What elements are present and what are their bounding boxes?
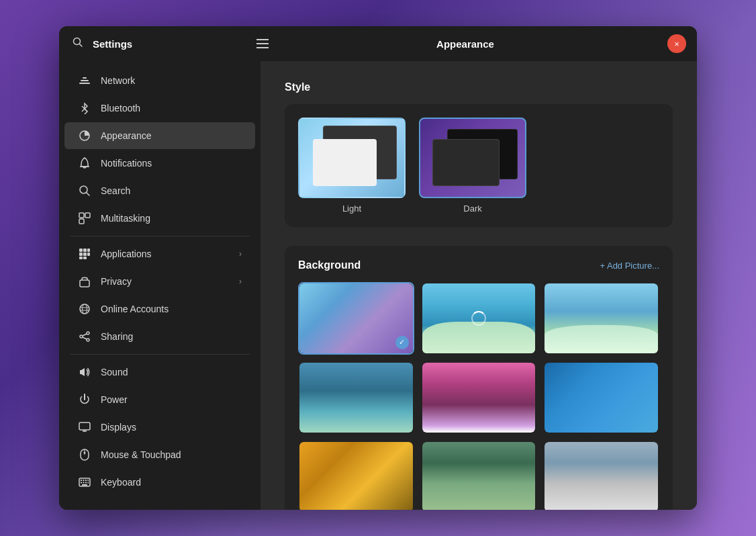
sidebar-item-applications[interactable]: Applications › bbox=[64, 240, 255, 267]
sidebar-item-network[interactable]: Network bbox=[64, 67, 255, 94]
svg-point-24 bbox=[83, 304, 87, 314]
svg-rect-18 bbox=[83, 253, 87, 256]
sidebar-item-appearance[interactable]: Appearance bbox=[64, 122, 255, 149]
wallpaper-item-3[interactable] bbox=[543, 282, 659, 355]
sidebar-label-mouse-touchpad: Mouse & Touchpad bbox=[101, 449, 181, 460]
svg-point-37 bbox=[84, 452, 86, 454]
titlebar: Settings Appearance × bbox=[59, 26, 697, 61]
wallpaper-item-5[interactable] bbox=[421, 361, 537, 434]
style-thumb-dark bbox=[419, 118, 526, 198]
svg-rect-13 bbox=[79, 219, 84, 224]
wallpaper-item-2[interactable] bbox=[421, 282, 537, 355]
window-content: Network Bluetooth bbox=[59, 61, 697, 510]
window-mock-front-light bbox=[313, 139, 377, 186]
svg-rect-15 bbox=[83, 249, 87, 252]
wallpaper-thumb-4 bbox=[299, 363, 413, 433]
wallpaper-grid: ✓ bbox=[298, 282, 659, 510]
wallpaper-item-8[interactable] bbox=[421, 441, 537, 510]
hamburger-menu-button[interactable] bbox=[254, 36, 271, 51]
svg-line-30 bbox=[83, 334, 87, 336]
sidebar-item-privacy[interactable]: Privacy › bbox=[64, 268, 255, 295]
sidebar-item-power[interactable]: Power bbox=[64, 386, 255, 413]
svg-rect-43 bbox=[81, 482, 82, 484]
sidebar-label-sharing: Sharing bbox=[101, 331, 133, 342]
online-accounts-icon bbox=[78, 302, 91, 316]
close-button[interactable]: × bbox=[667, 34, 686, 53]
search-icon-button[interactable] bbox=[70, 34, 86, 53]
sidebar-label-sound: Sound bbox=[101, 367, 128, 377]
svg-point-27 bbox=[87, 332, 89, 334]
style-option-light[interactable]: Light bbox=[298, 118, 406, 214]
svg-line-1 bbox=[80, 44, 83, 47]
sidebar-item-multitasking[interactable]: Multitasking bbox=[64, 205, 255, 232]
sidebar-item-displays[interactable]: Displays bbox=[64, 414, 255, 441]
keyboard-icon bbox=[78, 476, 91, 489]
svg-rect-39 bbox=[81, 480, 82, 481]
notifications-icon bbox=[78, 157, 91, 170]
sidebar-item-mouse-touchpad[interactable]: Mouse & Touchpad bbox=[64, 441, 255, 468]
sidebar-label-bluetooth: Bluetooth bbox=[101, 103, 140, 114]
wallpaper-thumb-6 bbox=[545, 363, 658, 433]
sharing-icon bbox=[78, 330, 91, 343]
sidebar-title: Settings bbox=[93, 38, 132, 50]
svg-rect-45 bbox=[85, 482, 87, 484]
svg-point-28 bbox=[80, 335, 83, 338]
sidebar-label-power: Power bbox=[101, 394, 128, 405]
privacy-icon bbox=[78, 275, 91, 288]
sidebar-item-keyboard[interactable]: Keyboard bbox=[64, 469, 255, 496]
wallpaper-item-7[interactable] bbox=[298, 441, 414, 510]
wallpaper-item-4[interactable] bbox=[298, 361, 414, 434]
main-panel: Style Light Dar bbox=[261, 61, 697, 510]
privacy-chevron-icon: › bbox=[239, 277, 242, 286]
svg-rect-12 bbox=[85, 213, 90, 218]
svg-rect-2 bbox=[79, 83, 90, 84]
svg-rect-32 bbox=[79, 422, 90, 430]
svg-rect-16 bbox=[87, 249, 90, 252]
sidebar-label-search: Search bbox=[101, 185, 130, 196]
svg-point-23 bbox=[80, 304, 89, 314]
titlebar-left: Settings bbox=[70, 34, 271, 53]
sidebar-item-notifications[interactable]: Notifications bbox=[64, 150, 255, 177]
svg-rect-3 bbox=[81, 80, 89, 81]
background-header: Background + Add Picture... bbox=[298, 259, 659, 271]
style-thumb-light bbox=[298, 118, 406, 198]
sidebar-label-network: Network bbox=[101, 75, 135, 86]
multitasking-icon bbox=[78, 212, 91, 225]
wallpaper-loading-2 bbox=[471, 311, 486, 326]
sidebar-item-sound[interactable]: Sound bbox=[64, 359, 255, 386]
wallpaper-thumb-7 bbox=[299, 442, 413, 510]
panel-title: Appearance bbox=[271, 38, 659, 50]
appearance-icon bbox=[78, 129, 91, 142]
background-section-title: Background bbox=[298, 259, 361, 271]
sidebar-label-appearance: Appearance bbox=[101, 130, 152, 141]
svg-rect-19 bbox=[87, 253, 90, 256]
network-icon bbox=[78, 74, 91, 87]
style-label-dark: Dark bbox=[463, 204, 481, 214]
sidebar-label-applications: Applications bbox=[101, 249, 152, 259]
svg-point-29 bbox=[87, 339, 89, 341]
wallpaper-item-9[interactable] bbox=[543, 441, 659, 510]
style-label-light: Light bbox=[342, 204, 361, 214]
wallpaper-item-1[interactable]: ✓ bbox=[298, 282, 414, 355]
style-option-dark[interactable]: Dark bbox=[419, 118, 526, 214]
sound-icon bbox=[78, 365, 91, 379]
svg-rect-47 bbox=[82, 484, 87, 486]
sidebar-label-online-accounts: Online Accounts bbox=[101, 304, 169, 314]
settings-window: Settings Appearance × Net bbox=[59, 26, 697, 510]
mouse-icon bbox=[78, 448, 91, 461]
window-mock-front-dark bbox=[432, 139, 500, 186]
sidebar-item-bluetooth[interactable]: Bluetooth bbox=[64, 95, 255, 122]
svg-rect-40 bbox=[83, 480, 85, 481]
add-picture-button[interactable]: + Add Picture... bbox=[600, 261, 659, 271]
sidebar-divider-1 bbox=[70, 236, 250, 236]
sidebar-item-search[interactable]: Search bbox=[64, 177, 255, 204]
wallpaper-thumb-3 bbox=[545, 283, 658, 353]
svg-rect-11 bbox=[79, 213, 84, 218]
sidebar-item-sharing[interactable]: Sharing bbox=[64, 323, 255, 350]
sidebar-label-keyboard: Keyboard bbox=[101, 477, 141, 488]
bluetooth-icon bbox=[78, 101, 91, 115]
applications-chevron-icon: › bbox=[239, 249, 242, 259]
svg-rect-22 bbox=[80, 280, 89, 287]
sidebar-item-online-accounts[interactable]: Online Accounts bbox=[64, 296, 255, 322]
wallpaper-item-6[interactable] bbox=[543, 361, 659, 434]
